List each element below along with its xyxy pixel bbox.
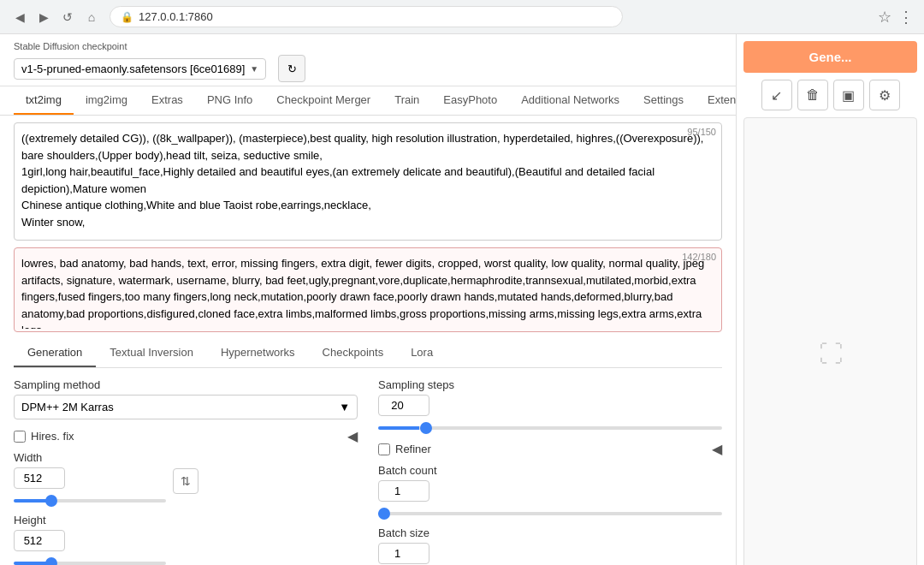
width-label: Width <box>14 451 166 464</box>
sampling-steps-label: Sampling steps <box>378 378 722 391</box>
undo-button[interactable]: ↙ <box>761 80 792 110</box>
app-header: Stable Diffusion checkpoint v1-5-pruned-… <box>0 34 736 86</box>
tab-additional-networks[interactable]: Additional Networks <box>509 86 631 115</box>
hires-fix-checkbox[interactable] <box>14 431 26 443</box>
right-panel: Gene... ↙ 🗑 ▣ ⚙ ⛶ <box>736 34 924 565</box>
subtab-textual-inversion[interactable]: Textual Inversion <box>96 339 207 367</box>
tab-settings[interactable]: Settings <box>631 86 696 115</box>
height-slider[interactable] <box>14 562 166 565</box>
width-height-row: Width 512 Height <box>14 451 358 565</box>
header-row: Stable Diffusion checkpoint v1-5-pruned-… <box>14 41 722 82</box>
tab-extras[interactable]: Extras <box>139 86 195 115</box>
hires-fix-label: Hires. fix <box>31 430 74 443</box>
tab-easyphoto[interactable]: EasyPhoto <box>431 86 509 115</box>
trash-icon: 🗑 <box>806 87 820 103</box>
menu-button[interactable]: ⋮ <box>898 8 914 27</box>
refiner-expand-button[interactable]: ◀ <box>712 441 722 457</box>
settings-button[interactable]: ⚙ <box>869 80 900 110</box>
sampling-method-input-row: DPM++ 2M Karras ▼ <box>14 395 358 419</box>
subtab-lora[interactable]: Lora <box>397 339 447 367</box>
subtab-generation[interactable]: Generation <box>14 339 96 367</box>
tab-png-info[interactable]: PNG Info <box>195 86 264 115</box>
reload-button[interactable]: ↺ <box>58 8 77 27</box>
batch-count-input[interactable] <box>378 480 429 502</box>
negative-prompt-count: 142/180 <box>682 252 716 262</box>
sampling-method-label: Sampling method <box>14 378 358 391</box>
width-input[interactable]: 512 <box>14 467 65 489</box>
main-layout: Stable Diffusion checkpoint v1-5-pruned-… <box>0 34 924 565</box>
hires-fix-row: Hires. fix ◀ <box>14 428 358 444</box>
lock-icon: 🔒 <box>121 11 133 23</box>
batch-count-row: Batch count <box>378 464 722 518</box>
subtab-checkpoints[interactable]: Checkpoints <box>309 339 398 367</box>
back-button[interactable]: ◀ <box>10 8 29 27</box>
batch-count-slider[interactable] <box>378 512 722 515</box>
home-button[interactable]: ⌂ <box>82 8 101 27</box>
subtab-hypernetworks[interactable]: Hypernetworks <box>207 339 309 367</box>
sampling-method-arrow: ▼ <box>339 401 350 413</box>
star-button[interactable]: ☆ <box>878 8 891 27</box>
hires-fix-expand-button[interactable]: ◀ <box>347 428 358 444</box>
checkpoint-label: Stable Diffusion checkpoint <box>14 41 305 51</box>
delete-button[interactable]: 🗑 <box>797 80 828 110</box>
image-icon: ▣ <box>842 87 855 104</box>
gear-icon: ⚙ <box>879 87 891 104</box>
browser-actions: ☆ ⋮ <box>878 8 914 27</box>
address-bar[interactable]: 🔒 127.0.0.1:7860 <box>110 6 623 27</box>
sampling-method-row: Sampling method DPM++ 2M Karras ▼ <box>14 378 358 419</box>
height-input[interactable]: 512 <box>14 530 65 551</box>
batch-size-row: Batch size <box>378 526 722 565</box>
width-slider[interactable] <box>14 499 166 503</box>
negative-prompt-box: 142/180 <box>14 247 722 332</box>
url-text: 127.0.0.1:7860 <box>139 10 213 23</box>
checkpoint-select[interactable]: v1-5-pruned-emaonly.safetensors [6ce0168… <box>14 58 266 80</box>
width-row: Width 512 <box>14 451 166 505</box>
tab-train[interactable]: Train <box>382 86 431 115</box>
generate-button[interactable]: Gene... <box>743 41 917 73</box>
forward-button[interactable]: ▶ <box>34 8 53 27</box>
negative-prompt-input[interactable] <box>15 248 721 329</box>
generation-settings: Sampling method DPM++ 2M Karras ▼ <box>14 378 722 565</box>
canvas-area: ⛶ <box>743 117 917 565</box>
positive-prompt-input[interactable] <box>15 123 721 237</box>
swap-dimensions-button[interactable]: ⇅ <box>173 468 198 494</box>
sampling-steps-input[interactable] <box>378 395 429 416</box>
sampling-method-select[interactable]: DPM++ 2M Karras ▼ <box>14 395 358 419</box>
tab-checkpoint-merger[interactable]: Checkpoint Merger <box>264 86 382 115</box>
batch-count-label: Batch count <box>378 464 722 477</box>
refiner-checkbox[interactable] <box>378 443 390 455</box>
batch-size-label: Batch size <box>378 526 722 539</box>
browser-nav-buttons: ◀ ▶ ↺ ⌂ <box>10 8 101 27</box>
app-container: Stable Diffusion checkpoint v1-5-pruned-… <box>0 34 924 565</box>
height-label: Height <box>14 514 166 526</box>
refiner-row: Refiner ◀ <box>378 441 722 457</box>
swap-icon: ⇅ <box>181 474 191 488</box>
sub-tabs: Generation Textual Inversion Hypernetwor… <box>14 339 722 368</box>
height-row: Height 512 <box>14 514 166 565</box>
batch-size-input[interactable] <box>378 543 429 564</box>
right-icon-row: ↙ 🗑 ▣ ⚙ <box>743 80 917 110</box>
canvas-placeholder-icon: ⛶ <box>819 340 843 368</box>
content-area: 95/150 142/180 Generation Textual Invers… <box>0 116 736 565</box>
sampling-steps-slider[interactable] <box>378 426 722 430</box>
positive-prompt-box: 95/150 <box>14 122 722 241</box>
left-panel: Stable Diffusion checkpoint v1-5-pruned-… <box>0 34 736 565</box>
tab-img2img[interactable]: img2img <box>74 86 139 115</box>
sampling-method-value: DPM++ 2M Karras <box>21 401 114 413</box>
sampling-steps-row: Sampling steps <box>378 378 722 432</box>
checkpoint-value: v1-5-pruned-emaonly.safetensors [6ce0168… <box>21 62 245 75</box>
tab-txt2img[interactable]: txt2img <box>14 86 74 115</box>
refiner-label: Refiner <box>395 443 431 455</box>
browser-bar: ◀ ▶ ↺ ⌂ 🔒 127.0.0.1:7860 ☆ ⋮ <box>0 0 924 34</box>
checkpoint-arrow: ▼ <box>250 64 258 74</box>
undo-icon: ↙ <box>771 87 782 104</box>
main-tabs: txt2img img2img Extras PNG Info Checkpoi… <box>0 86 736 116</box>
refresh-icon: ↻ <box>287 62 297 75</box>
positive-prompt-count: 95/150 <box>687 127 716 137</box>
image-button[interactable]: ▣ <box>833 80 864 110</box>
refresh-checkpoint-button[interactable]: ↻ <box>278 55 305 82</box>
